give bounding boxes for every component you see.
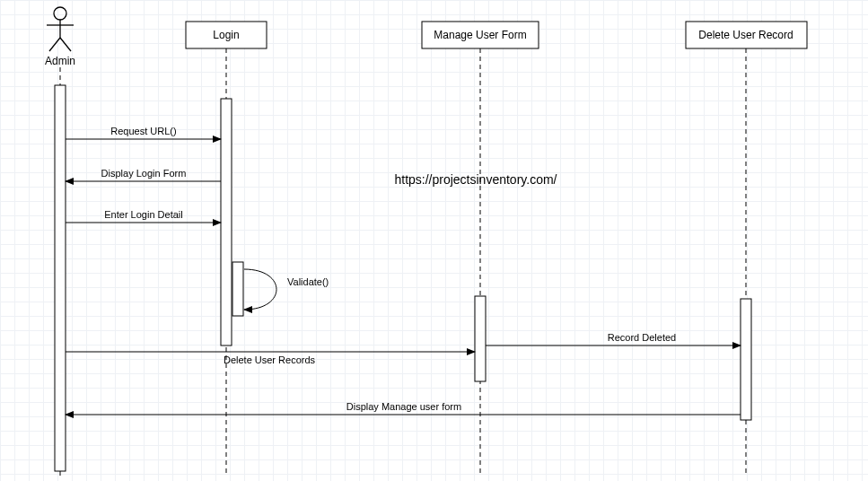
- msg-display-manage: Display Manage user form: [346, 401, 461, 412]
- msg-enter-login: Enter Login Detail: [104, 209, 182, 220]
- activation-manage: [475, 296, 486, 381]
- actor-label: Admin: [45, 55, 75, 67]
- msg-record-deleted: Record Deleted: [608, 332, 676, 343]
- msg-display-login: Display Login Form: [101, 168, 187, 179]
- lifeline-login: Login: [186, 22, 267, 48]
- svg-line-3: [49, 38, 60, 51]
- msg-validate: Validate(): [287, 276, 329, 287]
- actor-admin: Admin: [45, 7, 75, 67]
- activation-login: [221, 99, 232, 345]
- msg-request-url: Request URL(): [110, 126, 176, 136]
- activation-delete: [741, 299, 751, 420]
- lifeline-login-label: Login: [213, 29, 239, 41]
- svg-point-0: [54, 7, 66, 20]
- lifeline-manage: Manage User Form: [422, 22, 539, 48]
- lifeline-manage-label: Manage User Form: [434, 29, 526, 41]
- activation-login-inner: [232, 262, 243, 316]
- activation-actor: [55, 85, 66, 471]
- watermark-url: https://projectsinventory.com/: [394, 172, 557, 187]
- lifeline-delete-label: Delete User Record: [698, 29, 793, 41]
- arrow-validate: [244, 269, 276, 310]
- msg-delete-records: Delete User Records: [224, 354, 316, 365]
- lifeline-delete: Delete User Record: [686, 22, 807, 48]
- svg-line-4: [60, 38, 71, 51]
